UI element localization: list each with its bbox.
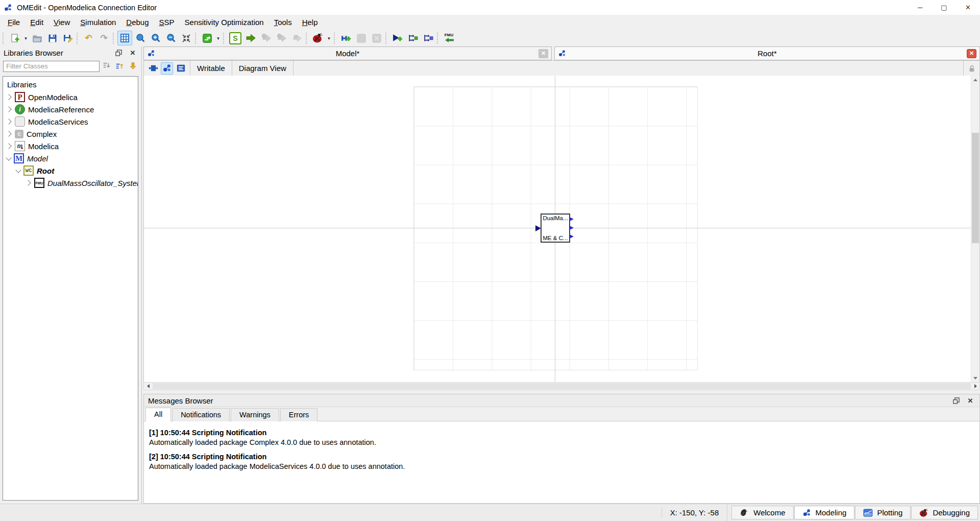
tree-item-modelicareference[interactable]: iModelicaReference bbox=[4, 103, 137, 115]
library-icon-model: M bbox=[14, 153, 24, 163]
add-system-button[interactable] bbox=[338, 31, 353, 45]
menu-help[interactable]: Help bbox=[297, 16, 323, 29]
switch-direction-dropdown[interactable]: ▾ bbox=[215, 31, 222, 45]
text-view-button[interactable] bbox=[175, 62, 187, 75]
float-messages-button[interactable] bbox=[950, 395, 962, 406]
simulation-setup-button[interactable]: S bbox=[229, 32, 241, 44]
welcome-perspective-button[interactable]: Welcome bbox=[731, 506, 793, 519]
horizontal-scrollbar[interactable] bbox=[143, 382, 980, 390]
save-as-button[interactable] bbox=[60, 31, 75, 45]
output-port-icon[interactable] bbox=[570, 226, 574, 230]
simulate-button[interactable] bbox=[243, 31, 258, 45]
reset-zoom-button[interactable] bbox=[133, 31, 148, 45]
library-icon-openmodelica: P bbox=[15, 92, 25, 102]
add-submodel-button[interactable] bbox=[390, 31, 405, 45]
message-body: Automatically loaded package ModelicaSer… bbox=[149, 462, 974, 470]
undo-button[interactable]: ↶ bbox=[81, 31, 96, 45]
menu-edit[interactable]: Edit bbox=[25, 16, 48, 29]
import-fmu-button[interactable]: FMU bbox=[442, 31, 456, 45]
zoom-out-button[interactable] bbox=[163, 31, 178, 45]
toolbar-handle bbox=[306, 33, 308, 44]
diagram-view-button[interactable] bbox=[161, 62, 173, 75]
expand-arrow-icon[interactable] bbox=[6, 106, 11, 112]
expand-arrow-icon[interactable] bbox=[6, 119, 11, 124]
filter-classes-input[interactable] bbox=[3, 61, 100, 72]
close-button[interactable]: ✕ bbox=[956, 0, 980, 15]
debugging-perspective-button[interactable]: Debugging bbox=[911, 506, 978, 519]
fit-to-diagram-button[interactable] bbox=[179, 31, 193, 45]
float-panel-button[interactable] bbox=[113, 48, 124, 58]
tree-item-complex[interactable]: cComplex bbox=[4, 128, 137, 140]
simulate-disabled-icon bbox=[276, 33, 287, 43]
diagram-canvas[interactable]: DualMa... ME & C... bbox=[143, 76, 980, 382]
close-messages-button[interactable]: ✕ bbox=[965, 395, 976, 406]
model-tab-close-button[interactable]: ✕ bbox=[538, 49, 548, 58]
collapse-arrow-icon[interactable] bbox=[15, 167, 21, 173]
scroll-right-arrow[interactable] bbox=[971, 383, 979, 390]
open-file-button[interactable] bbox=[30, 31, 44, 45]
messages-tab-warnings[interactable]: Warnings bbox=[231, 408, 279, 421]
expand-arrow-icon[interactable] bbox=[25, 180, 31, 185]
output-port-icon[interactable] bbox=[570, 234, 574, 239]
menu-simulation[interactable]: Simulation bbox=[75, 16, 121, 29]
scroll-down-arrow[interactable] bbox=[971, 374, 979, 382]
plotting-perspective-button[interactable]: Plotting bbox=[855, 506, 911, 519]
dual-mass-oscillator-component[interactable]: DualMa... ME & C... bbox=[541, 214, 570, 243]
minimize-button[interactable]: ─ bbox=[908, 0, 932, 15]
debug-button[interactable] bbox=[310, 31, 325, 45]
tree-item-modelicaservices[interactable]: ModelicaServices bbox=[4, 115, 137, 128]
close-panel-button[interactable]: ✕ bbox=[127, 48, 138, 58]
add-bus-button[interactable] bbox=[405, 31, 420, 45]
view-mode-button[interactable]: Diagram View bbox=[232, 61, 293, 76]
show-grid-button[interactable] bbox=[117, 31, 132, 45]
zoom-in-button[interactable] bbox=[148, 31, 163, 45]
redo-button[interactable]: ↷ bbox=[96, 31, 111, 45]
root-tab-close-button[interactable]: ✕ bbox=[967, 49, 976, 58]
library-tree: POpenModelicaiModelicaReferenceModelicaS… bbox=[4, 91, 137, 189]
messages-tab-errors[interactable]: Errors bbox=[280, 408, 317, 421]
icon-view-button[interactable] bbox=[147, 62, 159, 75]
input-port-icon[interactable] bbox=[535, 225, 541, 231]
scroll-left-arrow[interactable] bbox=[144, 383, 152, 390]
mdi-tab-model[interactable]: Model* ✕ bbox=[143, 46, 552, 60]
messages-tab-notifications[interactable]: Notifications bbox=[172, 408, 230, 421]
expand-arrow-icon[interactable] bbox=[6, 143, 11, 149]
tree-item-model[interactable]: MModel bbox=[4, 152, 137, 164]
splitter[interactable] bbox=[143, 390, 980, 394]
vertical-scrollbar[interactable] bbox=[971, 76, 979, 382]
menu-tools[interactable]: Tools bbox=[269, 16, 297, 29]
mdi-tab-root[interactable]: Root* ✕ bbox=[554, 46, 980, 60]
writable-button[interactable]: Writable bbox=[190, 61, 232, 76]
tree-item-openmodelica[interactable]: POpenModelica bbox=[4, 91, 137, 103]
vertical-scroll-thumb[interactable] bbox=[972, 133, 979, 243]
toolbar-handle bbox=[385, 33, 387, 44]
new-model-dropdown[interactable]: ▾ bbox=[22, 31, 29, 45]
menu-sensitivity-optimization[interactable]: Sensitivity Optimization bbox=[180, 16, 269, 29]
menu-view[interactable]: View bbox=[48, 16, 75, 29]
switch-direction-button[interactable] bbox=[200, 31, 214, 45]
debug-dropdown[interactable]: ▾ bbox=[326, 31, 332, 45]
tree-item-modelica[interactable]: mModelica bbox=[4, 140, 137, 152]
tree-item-label: ModelicaServices bbox=[28, 117, 88, 126]
maximize-button[interactable]: ▢ bbox=[932, 0, 956, 15]
new-model-button[interactable] bbox=[7, 31, 22, 45]
menu-file[interactable]: File bbox=[3, 16, 25, 29]
horizontal-scroll-thumb[interactable] bbox=[153, 383, 971, 389]
expand-arrow-icon[interactable] bbox=[6, 94, 11, 100]
save-button[interactable] bbox=[45, 31, 60, 45]
add-tlm-bus-button[interactable] bbox=[421, 31, 435, 45]
collapse-arrow-icon[interactable] bbox=[6, 155, 11, 160]
modeling-perspective-button[interactable]: Modeling bbox=[794, 506, 855, 519]
collapse-all-button[interactable] bbox=[102, 60, 112, 72]
library-icon-info: i bbox=[15, 104, 25, 114]
output-port-icon[interactable] bbox=[570, 217, 574, 221]
scroll-up-arrow[interactable] bbox=[971, 76, 979, 84]
scroll-to-active-button[interactable] bbox=[128, 60, 138, 72]
menu-debug[interactable]: Debug bbox=[121, 16, 154, 29]
tree-item-dualmassoscillator_system1[interactable]: FMUDualMassOscillator_System1 bbox=[4, 177, 137, 189]
expand-arrow-icon[interactable] bbox=[6, 131, 11, 136]
tree-item-root[interactable]: WCRoot bbox=[4, 164, 137, 177]
menu-ssp[interactable]: SSP bbox=[154, 16, 180, 29]
messages-tab-all[interactable]: All bbox=[145, 408, 171, 421]
expand-all-button[interactable] bbox=[114, 60, 125, 72]
